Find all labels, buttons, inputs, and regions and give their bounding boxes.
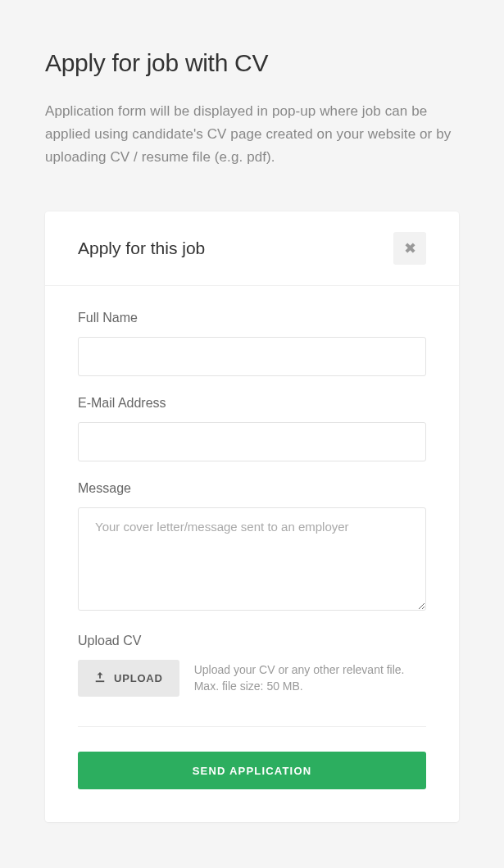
- upload-label: Upload CV: [78, 634, 426, 648]
- card-title: Apply for this job: [78, 239, 205, 258]
- close-icon: ✖: [404, 239, 416, 257]
- card-header: Apply for this job ✖: [45, 211, 459, 286]
- upload-hint: Upload your CV or any other relevant fil…: [194, 660, 426, 695]
- card-body: Full Name E-Mail Address Message Upload …: [45, 286, 459, 822]
- full-name-label: Full Name: [78, 311, 426, 325]
- close-button[interactable]: ✖: [393, 232, 426, 265]
- upload-group: Upload CV UPLOAD Upload your CV or any o…: [78, 634, 426, 697]
- message-label: Message: [78, 481, 426, 496]
- full-name-group: Full Name: [78, 311, 426, 376]
- apply-card: Apply for this job ✖ Full Name E-Mail Ad…: [45, 211, 459, 822]
- upload-button[interactable]: UPLOAD: [78, 660, 179, 697]
- message-group: Message: [78, 481, 426, 614]
- divider: [78, 726, 426, 727]
- email-label: E-Mail Address: [78, 396, 426, 411]
- page-title: Apply for job with CV: [45, 49, 459, 77]
- send-application-button[interactable]: SEND APPLICATION: [78, 752, 426, 789]
- full-name-input[interactable]: [78, 337, 426, 376]
- upload-icon: [94, 671, 106, 685]
- upload-row: UPLOAD Upload your CV or any other relev…: [78, 660, 426, 697]
- email-group: E-Mail Address: [78, 396, 426, 461]
- upload-button-label: UPLOAD: [114, 672, 163, 684]
- email-input[interactable]: [78, 422, 426, 461]
- page-description: Application form will be displayed in po…: [45, 100, 459, 169]
- message-textarea[interactable]: [78, 507, 426, 611]
- svg-rect-0: [96, 681, 105, 683]
